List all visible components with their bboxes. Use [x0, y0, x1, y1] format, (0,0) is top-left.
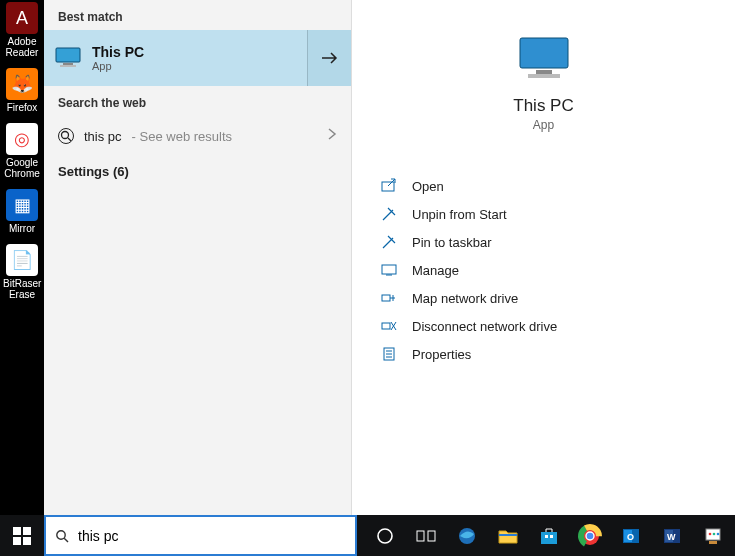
taskbar-store-button[interactable] — [531, 515, 567, 556]
search-web-heading: Search the web — [44, 86, 351, 116]
svg-rect-24 — [417, 531, 424, 541]
svg-rect-27 — [499, 534, 517, 536]
taskbar-cortana-button[interactable] — [367, 515, 403, 556]
action-manage[interactable]: Manage — [380, 256, 707, 284]
svg-rect-0 — [56, 48, 80, 62]
taskbar-paint-button[interactable] — [695, 515, 731, 556]
taskbar-word-button[interactable]: W — [654, 515, 690, 556]
search-icon — [58, 128, 74, 144]
start-search-panel: Best match This PC App Search — [44, 0, 735, 515]
taskbar-explorer-button[interactable] — [490, 515, 526, 556]
taskbar-edge-button[interactable] — [449, 515, 485, 556]
desktop-icon-mirror[interactable]: ▦Mirror — [3, 189, 41, 234]
mirror-icon: ▦ — [6, 189, 38, 221]
best-match-heading: Best match — [44, 0, 351, 30]
svg-rect-8 — [382, 182, 394, 191]
taskbar-task-view-button[interactable] — [408, 515, 444, 556]
taskbar-search-input[interactable] — [78, 528, 347, 544]
svg-rect-5 — [520, 38, 568, 68]
paint-icon — [703, 526, 723, 546]
desktop-icon-adobe-reader[interactable]: AAdobe Reader — [3, 2, 41, 58]
map-network-drive-icon — [380, 289, 398, 307]
settings-results-button[interactable]: Settings (6) — [44, 156, 351, 187]
adobe-reader-icon: A — [6, 2, 38, 34]
start-button[interactable] — [0, 515, 44, 556]
svg-rect-11 — [382, 295, 390, 301]
svg-point-43 — [709, 532, 712, 535]
desktop-icon-label: Mirror — [3, 223, 41, 234]
best-match-title: This PC — [92, 44, 144, 60]
chrome-icon — [580, 526, 600, 546]
svg-rect-2 — [60, 65, 76, 67]
outlook-icon: O — [621, 526, 641, 546]
action-open[interactable]: Open — [380, 172, 707, 200]
preview-title: This PC — [380, 96, 707, 116]
svg-point-3 — [62, 132, 69, 139]
desktop-icon-label: Firefox — [3, 102, 41, 113]
svg-text:W: W — [667, 532, 676, 542]
open-icon — [380, 177, 398, 195]
svg-rect-19 — [13, 537, 21, 545]
best-match-subtitle: App — [92, 60, 144, 72]
best-match-this-pc[interactable]: This PC App — [44, 30, 351, 86]
web-result-this-pc[interactable]: this pc - See web results — [44, 116, 351, 156]
desktop-icon-label: Adobe Reader — [3, 36, 41, 58]
svg-rect-28 — [541, 532, 557, 544]
svg-rect-25 — [428, 531, 435, 541]
web-result-hint: - See web results — [132, 129, 232, 144]
svg-rect-17 — [13, 527, 21, 535]
svg-text:O: O — [627, 532, 634, 542]
action-label: Map network drive — [412, 291, 518, 306]
svg-rect-9 — [382, 265, 396, 274]
taskbar-outlook-button[interactable]: O — [613, 515, 649, 556]
explorer-icon — [498, 528, 518, 544]
taskbar-chrome-button[interactable] — [572, 515, 608, 556]
cortana-icon — [376, 527, 394, 545]
taskbar: OW — [0, 515, 735, 556]
search-icon — [54, 528, 70, 544]
pin-taskbar-icon — [380, 233, 398, 251]
open-preview-arrow-button[interactable] — [307, 30, 351, 86]
action-label: Open — [412, 179, 444, 194]
action-unpin-start[interactable]: Unpin from Start — [380, 200, 707, 228]
disconnect-network-icon — [380, 317, 398, 335]
bitraser-icon: 📄 — [6, 244, 38, 276]
action-label: Properties — [412, 347, 471, 362]
desktop-icon-label: BitRaser Erase — [3, 278, 41, 300]
action-label: Unpin from Start — [412, 207, 507, 222]
action-label: Manage — [412, 263, 459, 278]
svg-rect-46 — [709, 541, 717, 544]
taskbar-app-icons: OW — [357, 515, 731, 556]
desktop-icon-label: Google Chrome — [3, 157, 41, 179]
desktop-icon-firefox[interactable]: 🦊Firefox — [3, 68, 41, 113]
taskbar-search-box[interactable] — [44, 515, 357, 556]
firefox-icon: 🦊 — [6, 68, 38, 100]
svg-rect-30 — [550, 535, 553, 538]
chevron-right-icon — [327, 127, 337, 145]
unpin-start-icon — [380, 205, 398, 223]
svg-rect-7 — [528, 74, 560, 78]
action-pin-taskbar[interactable]: Pin to taskbar — [380, 228, 707, 256]
desktop-icons-strip: AAdobe Reader🦊Firefox◎Google Chrome▦Mirr… — [0, 0, 44, 515]
task-view-icon — [416, 528, 436, 544]
svg-point-44 — [713, 532, 716, 535]
svg-rect-29 — [545, 535, 548, 538]
svg-rect-1 — [63, 63, 73, 65]
search-results-column: Best match This PC App Search — [44, 0, 352, 515]
preview-actions-list: OpenUnpin from StartPin to taskbarManage… — [380, 172, 707, 368]
web-result-query: this pc — [84, 129, 122, 144]
svg-line-4 — [68, 138, 71, 141]
svg-point-45 — [717, 532, 720, 535]
best-match-text: This PC App — [92, 44, 144, 72]
word-icon: W — [662, 526, 682, 546]
desktop-icon-google-chrome[interactable]: ◎Google Chrome — [3, 123, 41, 179]
best-match-main[interactable]: This PC App — [44, 30, 307, 86]
action-properties[interactable]: Properties — [380, 340, 707, 368]
action-map-network-drive[interactable]: Map network drive — [380, 284, 707, 312]
store-icon — [539, 527, 559, 545]
google-chrome-icon: ◎ — [6, 123, 38, 155]
action-disconnect-network[interactable]: Disconnect network drive — [380, 312, 707, 340]
desktop-icon-bitraser[interactable]: 📄BitRaser Erase — [3, 244, 41, 300]
svg-rect-18 — [23, 527, 31, 535]
preview-header: This PC App — [380, 34, 707, 132]
